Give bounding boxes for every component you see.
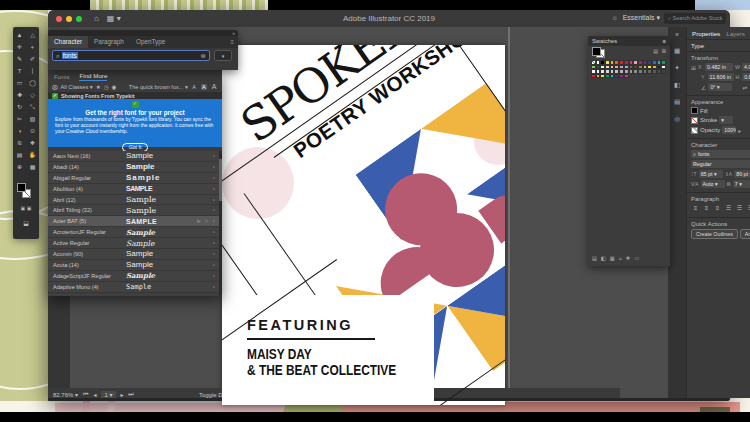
tool-icon[interactable]: △ (26, 29, 39, 41)
panel-menu-icon[interactable]: ≡ (663, 36, 666, 46)
recent-fonts-icon[interactable]: ◷ (104, 84, 109, 90)
last-artboard-icon[interactable]: ⏭ (129, 391, 134, 398)
tool-icon[interactable]: ⊙ (26, 125, 39, 137)
fill-proxy-chip[interactable] (592, 47, 601, 56)
preview-text-dropdown[interactable]: The quick brown fox... ▾ (129, 84, 188, 90)
tab-find-more[interactable]: Find More (79, 72, 107, 81)
dock-panel-icon[interactable]: ◎ (674, 115, 680, 123)
prev-artboard-icon[interactable]: ◂ (93, 391, 96, 398)
swatch-view-grid-icon[interactable]: ⊞ (662, 48, 666, 54)
color-swatch[interactable] (624, 74, 629, 79)
tool-icon[interactable]: ⊕ (13, 161, 26, 173)
font-list-item[interactable]: Active Regular Sample ≋ ☆ ◔ (48, 238, 222, 249)
font-style-dropdown[interactable]: Regular▾ (691, 160, 750, 168)
font-activate-icon[interactable]: ◔ (212, 218, 215, 224)
font-activate-icon[interactable]: ◔ (212, 175, 215, 181)
stroke-color-chip[interactable] (691, 117, 698, 124)
font-list-scrollbar[interactable] (219, 151, 222, 296)
tool-icon[interactable]: ✂ (13, 113, 26, 125)
tab-properties[interactable]: Properties (692, 30, 720, 37)
artboard[interactable]: SPOKENWORD POETRY WORKSHOP FEATURING MAI… (222, 45, 505, 405)
tool-icon[interactable]: ↻ (13, 101, 26, 113)
opacity-input[interactable]: 100% (722, 126, 736, 134)
paragraph-align-button[interactable]: ☰ (724, 204, 733, 213)
fill-color-chip[interactable] (17, 183, 26, 192)
font-activate-icon[interactable]: ◔ (212, 207, 215, 213)
tool-icon[interactable]: ⤡ (26, 101, 39, 113)
tool-icon[interactable]: ❖ (26, 137, 39, 149)
tool-icon[interactable]: ▦ (26, 161, 39, 173)
zoom-level-dropdown[interactable]: 82.76% ▾ (53, 391, 78, 398)
font-list-item[interactable]: Aaux Next (16) Sample ≋ ☆ ◔ (48, 151, 222, 162)
tool-icon[interactable]: ✚ (13, 89, 26, 101)
tool-icon[interactable]: ≋ (13, 137, 26, 149)
font-activate-icon[interactable]: ◔ (212, 273, 215, 279)
height-input[interactable]: 0.875 in (742, 73, 750, 81)
tab-opentype[interactable]: OpenType (130, 36, 172, 48)
font-list-item[interactable]: Abolition (4) SAMPLE ≋ ☆ ◔ (48, 184, 222, 195)
arrange-button[interactable]: Arrange (740, 229, 750, 239)
paragraph-align-button[interactable]: ≡ (713, 204, 722, 213)
kerning-input[interactable]: Auto ▾ (701, 180, 725, 188)
leading-input[interactable]: 80 pt ▾ (734, 170, 750, 178)
font-activate-icon[interactable]: ◔ (212, 262, 215, 268)
swatch-footer-icon[interactable]: ✚ (626, 255, 630, 262)
swatch-footer-icon[interactable]: ⌸ (619, 255, 622, 262)
font-list-item[interactable]: Acuta (14) Sample ≋ ☆ ◔ (48, 260, 222, 271)
dock-panel-icon[interactable]: ▦ (674, 47, 680, 55)
tool-icon[interactable]: ◑ (13, 125, 26, 137)
favorite-star-icon[interactable]: ☆ (204, 218, 209, 224)
font-activate-icon[interactable]: ◔ (212, 284, 215, 290)
screen-mode-icon[interactable]: ⬓ (13, 219, 39, 226)
flip-horizontal-icon[interactable]: ⇄ (742, 84, 747, 91)
reference-point-icon[interactable]: ⊞ (691, 64, 696, 71)
font-activate-icon[interactable]: ◔ (212, 240, 215, 246)
dock-panel-icon[interactable]: ▤ (674, 98, 680, 106)
font-list-item[interactable]: Acier BAT (5) SAMPLE ≋ ☆ ◔ (48, 216, 222, 227)
swatch-footer-icon[interactable]: ▦ (610, 255, 615, 262)
tab-paragraph[interactable]: Paragraph (88, 36, 130, 48)
filter-classes-icon[interactable]: ⨂ (52, 84, 58, 90)
font-activate-icon[interactable]: ◔ (212, 197, 215, 203)
font-list-item[interactable]: Abril (12) Sample ≋ ☆ ◔ (48, 195, 222, 206)
tool-icon[interactable]: ▤ (13, 149, 26, 161)
paragraph-align-button[interactable]: ☰ (735, 204, 744, 213)
font-size-input[interactable]: 65 pt ▾ (699, 170, 723, 178)
scrollbar-thumb[interactable] (219, 159, 222, 201)
tracking-input[interactable]: 7 ▾ (733, 180, 750, 188)
dock-panel-icon[interactable]: ✦ (674, 64, 679, 72)
opacity-icon[interactable] (691, 127, 698, 134)
swatch-view-list-icon[interactable]: ▤ (653, 48, 658, 54)
first-artboard-icon[interactable]: ⏮ (83, 391, 88, 398)
font-activate-icon[interactable]: ◔ (212, 164, 215, 170)
font-list-item[interactable]: Abigail Regular Sample ≋ ☆ ◔ (48, 173, 222, 184)
next-artboard-icon[interactable]: ▸ (121, 391, 124, 398)
y-input[interactable]: 11.606 in (708, 73, 734, 81)
font-list-item[interactable]: Adaptive Mono (4) Sample ≋ ☆ ◔ (48, 282, 222, 293)
rotation-input[interactable]: 0° ▾ (708, 83, 732, 91)
font-dropdown-toggle[interactable]: ▾ (214, 50, 232, 61)
adobe-stock-search-input[interactable]: ⌕ Search Adobe Stock (664, 13, 726, 24)
stroke-width-dropdown[interactable]: ▾ (719, 116, 733, 124)
create-outlines-button[interactable]: Create Outlines (691, 229, 738, 239)
gpu-performance-icon[interactable]: ☼ (612, 14, 618, 21)
tool-icon[interactable]: ▭ (13, 77, 26, 89)
fill-color-chip[interactable] (691, 107, 698, 114)
font-list-item[interactable]: Abadi (14) Sample ≋ ☆ ◔ (48, 162, 222, 173)
paragraph-align-button[interactable]: ☰ (746, 204, 750, 213)
tool-icon[interactable]: ✛ (13, 41, 26, 53)
tab-fonts[interactable]: Fonts (54, 73, 69, 81)
workspace-switcher[interactable]: Essentials ▾ (623, 14, 660, 22)
tool-icon[interactable]: ▧ (26, 113, 39, 125)
tool-icon[interactable]: ▲ (13, 29, 26, 41)
similar-fonts-icon[interactable]: ◉ (112, 84, 117, 90)
font-search-input[interactable]: ⌕fonts⊗ (52, 50, 210, 61)
preview-size-medium[interactable]: A (201, 84, 208, 90)
drawing-modes-icon[interactable]: ▣ ▣ (13, 205, 39, 211)
preview-size-large[interactable]: A (210, 83, 218, 90)
font-activate-icon[interactable]: ◔ (212, 186, 215, 192)
tool-icon[interactable]: ⌖ (26, 41, 39, 53)
show-similar-icon[interactable]: ≋ (196, 218, 201, 224)
tab-layers[interactable]: Layers (726, 30, 745, 37)
x-input[interactable]: 0.482 in (705, 63, 733, 71)
